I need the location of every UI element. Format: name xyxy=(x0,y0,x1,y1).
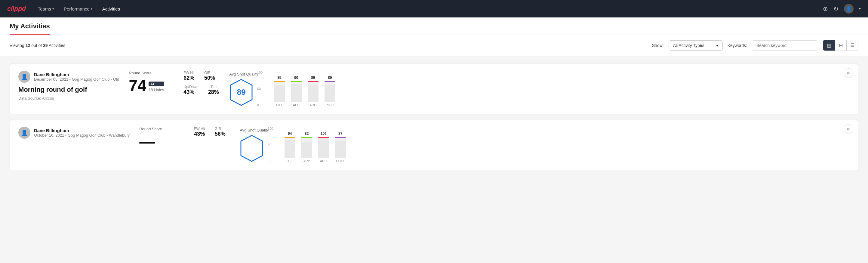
y-label-100: 100 xyxy=(257,71,262,74)
quality-section: Avg Shot Quality 89 100 50 0 xyxy=(229,71,850,107)
logo[interactable]: clippd xyxy=(7,5,26,12)
y-label-50: 50 xyxy=(257,87,262,91)
player-section: 👤 Dave Billingham December 05, 2021 - Go… xyxy=(18,71,119,100)
player-header: 👤 Dave Billingham December 05, 2021 - Go… xyxy=(18,71,119,83)
y-label-0: 0 xyxy=(257,103,262,107)
list-full-view-button[interactable]: ☰ xyxy=(847,40,858,51)
chevron-down-icon: ▾ xyxy=(52,7,54,11)
one-putt-value: 28% xyxy=(208,89,219,95)
bar-label: PUTT xyxy=(326,103,334,107)
score-section: Round Score 74 +4 18 Holes xyxy=(129,71,174,93)
bar-wrapper xyxy=(335,137,346,158)
y-label-50: 50 xyxy=(268,143,273,147)
score-number: 74 xyxy=(129,78,146,93)
page-header: My Activities xyxy=(0,18,868,35)
score-main: — xyxy=(139,134,184,149)
gir-value: 56% xyxy=(215,131,225,137)
bar-chart: 85 OTT 90 APP 89 xyxy=(274,71,335,107)
bar-value: 90 xyxy=(294,76,298,80)
score-section: Round Score — xyxy=(139,127,184,149)
gir-label: GIR xyxy=(215,127,225,131)
player-header: 👤 Dave Billingham October 16, 2021 - Gog… xyxy=(18,127,130,139)
player-name: Dave Billingham xyxy=(34,72,119,77)
list-compact-view-button[interactable]: ▤ xyxy=(823,40,835,51)
bar-group: 106 ARG xyxy=(318,132,329,163)
gir-stat: GIR 56% xyxy=(215,127,225,137)
edit-button[interactable]: ✏ xyxy=(844,68,853,78)
bar-group: 82 APP xyxy=(301,132,312,163)
bar-wrapper xyxy=(291,81,302,102)
user-icon: 👤 xyxy=(21,129,28,136)
hexagon-container: 89 xyxy=(229,79,253,106)
y-label-0: 0 xyxy=(268,159,273,163)
activities-list: ✏ 👤 Dave Billingham December 05, 2021 - … xyxy=(0,56,868,178)
page-title: My Activities xyxy=(10,22,50,35)
bar-wrapper xyxy=(301,137,312,158)
quality-section: Avg Shot Quality 100 50 0 xyxy=(240,127,850,163)
edit-button[interactable]: ✏ xyxy=(844,124,853,134)
score-holes: 18 Holes xyxy=(149,88,164,92)
svg-marker-1 xyxy=(241,136,262,161)
bar-group: 85 OTT xyxy=(274,76,285,107)
bar-wrapper xyxy=(284,137,296,158)
avg-shot-quality-label: Avg Shot Quality xyxy=(240,128,269,133)
list-compact-icon: ▤ xyxy=(827,43,831,48)
bar-value: 85 xyxy=(277,76,281,80)
score-badge: +4 xyxy=(149,82,164,86)
user-menu-chevron[interactable]: ▾ xyxy=(859,5,861,12)
fw-hit-stat: FW Hit 43% xyxy=(194,127,205,137)
bar-wrapper xyxy=(274,81,285,102)
chart-y-axis: 100 50 0 xyxy=(268,127,273,163)
fw-hit-value: 62% xyxy=(183,75,195,81)
gir-stat: GIR 50% xyxy=(204,71,215,81)
grid-view-button[interactable]: ⊞ xyxy=(835,40,847,51)
player-date: October 16, 2021 - Gog Magog Golf Club -… xyxy=(34,133,130,138)
list-full-icon: ☰ xyxy=(850,43,855,48)
bar-label: APP xyxy=(293,103,300,107)
chevron-down-icon: ▾ xyxy=(91,7,93,11)
nav-item-teams[interactable]: Teams ▾ xyxy=(38,5,54,12)
bar-value: 106 xyxy=(320,132,327,136)
nav-item-performance[interactable]: Performance ▾ xyxy=(64,5,93,12)
bar-wrapper xyxy=(318,137,329,158)
round-score-label: Round Score xyxy=(129,71,174,75)
bar-value: 94 xyxy=(288,132,292,136)
view-toggle: ▤ ⊞ ☰ xyxy=(823,40,858,51)
bar-value: 82 xyxy=(305,132,309,136)
gir-label: GIR xyxy=(204,71,215,75)
bar-group: 89 PUTT xyxy=(324,76,335,107)
player-info: Dave Billingham December 05, 2021 - Gog … xyxy=(34,72,119,82)
fw-hit-stat: FW Hit 62% xyxy=(183,71,195,81)
quality-label-col: Avg Shot Quality 89 xyxy=(229,72,258,106)
quality-label-col: Avg Shot Quality xyxy=(240,128,269,162)
chart-container: 100 50 0 85 OTT 90 xyxy=(266,71,335,107)
one-putt-label: 1 Putt xyxy=(208,85,219,89)
player-section: 👤 Dave Billingham October 16, 2021 - Gog… xyxy=(18,127,130,142)
refresh-icon[interactable]: ↻ xyxy=(833,5,839,12)
fw-hit-value: 43% xyxy=(194,131,205,137)
activity-type-dropdown[interactable]: All Activity Types ▾ xyxy=(669,40,723,51)
fw-hit-label: FW Hit xyxy=(194,127,205,131)
bar-value: 89 xyxy=(328,76,332,80)
activity-card: ✏ 👤 Dave Billingham October 16, 2021 - G… xyxy=(10,119,858,170)
show-label: Show: xyxy=(652,43,664,48)
score-number: — xyxy=(139,134,155,149)
avatar[interactable]: 👤 xyxy=(844,4,854,13)
chevron-down-icon: ▾ xyxy=(716,43,718,48)
bar-label: APP xyxy=(304,159,310,163)
nav-item-activities[interactable]: Activities xyxy=(102,5,120,12)
navbar: clippd Teams ▾ Performance ▾ Activities … xyxy=(0,0,868,18)
search-input[interactable] xyxy=(752,40,818,51)
avatar: 👤 xyxy=(18,127,30,139)
bar-label: OTT xyxy=(276,103,283,107)
chart-container: 100 50 0 94 OTT 82 xyxy=(276,127,346,163)
add-icon[interactable]: ⊕ xyxy=(823,5,828,12)
player-name: Dave Billingham xyxy=(34,128,130,133)
gir-value: 50% xyxy=(204,75,215,81)
toolbar: Viewing 12 out of 29 Activities Show: Al… xyxy=(0,35,868,56)
nav-right: ⊕ ↻ 👤 ▾ xyxy=(823,4,861,13)
round-score-label: Round Score xyxy=(139,127,184,131)
hexagon-value: 89 xyxy=(237,88,246,97)
fw-hit-label: FW Hit xyxy=(183,71,195,75)
bar-value: 89 xyxy=(311,76,315,80)
